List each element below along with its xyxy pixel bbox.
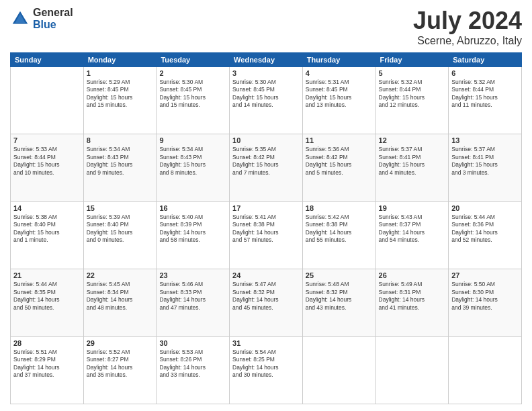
calendar-cell-w5d2: 29Sunrise: 5:52 AMSunset: 8:27 PMDayligh…	[83, 336, 157, 404]
calendar-cell-w5d6	[375, 336, 449, 404]
calendar-cell-w2d3: 9Sunrise: 5:34 AMSunset: 8:43 PMDaylight…	[157, 134, 230, 201]
day-info: Sunrise: 5:45 AMSunset: 8:34 PMDaylight:…	[87, 281, 154, 312]
day-number: 13	[451, 136, 519, 144]
header-tuesday: Tuesday	[157, 53, 230, 67]
day-number: 4	[306, 69, 373, 77]
day-number: 26	[379, 271, 446, 279]
logo: General Blue	[10, 7, 73, 30]
day-number: 2	[159, 69, 226, 77]
day-info: Sunrise: 5:44 AMSunset: 8:35 PMDaylight:…	[13, 281, 81, 312]
calendar-cell-w3d2: 15Sunrise: 5:39 AMSunset: 8:40 PMDayligh…	[83, 201, 157, 269]
day-info: Sunrise: 5:47 AMSunset: 8:32 PMDaylight:…	[232, 281, 300, 312]
day-info: Sunrise: 5:39 AMSunset: 8:40 PMDaylight:…	[87, 214, 154, 244]
page: General Blue July 2024 Scerne, Abruzzo, …	[0, 0, 532, 411]
day-number: 23	[159, 271, 226, 279]
day-info: Sunrise: 5:37 AMSunset: 8:41 PMDaylight:…	[451, 146, 519, 177]
day-info: Sunrise: 5:32 AMSunset: 8:44 PMDaylight:…	[379, 79, 446, 109]
calendar-week-5: 28Sunrise: 5:51 AMSunset: 8:29 PMDayligh…	[11, 336, 522, 404]
calendar-cell-w1d7: 6Sunrise: 5:32 AMSunset: 8:44 PMDaylight…	[449, 67, 522, 134]
calendar-cell-w3d6: 19Sunrise: 5:43 AMSunset: 8:37 PMDayligh…	[375, 201, 449, 269]
logo-text: General Blue	[33, 7, 73, 30]
day-info: Sunrise: 5:30 AMSunset: 8:45 PMDaylight:…	[159, 79, 226, 109]
day-info: Sunrise: 5:54 AMSunset: 8:25 PMDaylight:…	[232, 349, 300, 379]
calendar-cell-w4d4: 24Sunrise: 5:47 AMSunset: 8:32 PMDayligh…	[230, 269, 303, 336]
day-info: Sunrise: 5:35 AMSunset: 8:42 PMDaylight:…	[232, 146, 300, 177]
day-info: Sunrise: 5:37 AMSunset: 8:41 PMDaylight:…	[379, 146, 446, 177]
calendar-week-2: 7Sunrise: 5:33 AMSunset: 8:44 PMDaylight…	[11, 134, 522, 201]
day-info: Sunrise: 5:30 AMSunset: 8:45 PMDaylight:…	[232, 79, 300, 109]
calendar-cell-w1d2: 1Sunrise: 5:29 AMSunset: 8:45 PMDaylight…	[83, 67, 157, 134]
header-sunday: Sunday	[11, 53, 84, 67]
day-info: Sunrise: 5:38 AMSunset: 8:40 PMDaylight:…	[13, 214, 81, 244]
calendar-cell-w4d1: 21Sunrise: 5:44 AMSunset: 8:35 PMDayligh…	[11, 269, 84, 336]
day-number: 1	[87, 69, 154, 77]
calendar-cell-w3d1: 14Sunrise: 5:38 AMSunset: 8:40 PMDayligh…	[11, 201, 84, 269]
day-info: Sunrise: 5:34 AMSunset: 8:43 PMDaylight:…	[87, 146, 154, 177]
calendar-cell-w3d4: 17Sunrise: 5:41 AMSunset: 8:38 PMDayligh…	[230, 201, 303, 269]
header-monday: Monday	[83, 53, 157, 67]
calendar-cell-w1d6: 5Sunrise: 5:32 AMSunset: 8:44 PMDaylight…	[375, 67, 449, 134]
day-number: 9	[159, 136, 226, 144]
day-info: Sunrise: 5:44 AMSunset: 8:36 PMDaylight:…	[451, 214, 519, 244]
calendar-week-3: 14Sunrise: 5:38 AMSunset: 8:40 PMDayligh…	[11, 201, 522, 269]
day-info: Sunrise: 5:53 AMSunset: 8:26 PMDaylight:…	[159, 349, 226, 379]
header-saturday: Saturday	[449, 53, 522, 67]
header-thursday: Thursday	[302, 53, 375, 67]
day-number: 10	[232, 136, 300, 144]
day-info: Sunrise: 5:51 AMSunset: 8:29 PMDaylight:…	[13, 349, 81, 379]
day-info: Sunrise: 5:46 AMSunset: 8:33 PMDaylight:…	[159, 281, 226, 312]
day-number: 24	[232, 271, 300, 279]
calendar-week-4: 21Sunrise: 5:44 AMSunset: 8:35 PMDayligh…	[11, 269, 522, 336]
calendar-cell-w2d5: 11Sunrise: 5:36 AMSunset: 8:42 PMDayligh…	[302, 134, 375, 201]
calendar-cell-w3d5: 18Sunrise: 5:42 AMSunset: 8:38 PMDayligh…	[302, 201, 375, 269]
day-number: 18	[306, 204, 373, 212]
header-wednesday: Wednesday	[230, 53, 303, 67]
day-number: 17	[232, 204, 300, 212]
logo-blue-text: Blue	[33, 19, 73, 31]
day-number: 25	[306, 271, 373, 279]
title-block: July 2024 Scerne, Abruzzo, Italy	[413, 7, 522, 47]
day-info: Sunrise: 5:32 AMSunset: 8:44 PMDaylight:…	[451, 79, 519, 109]
day-info: Sunrise: 5:43 AMSunset: 8:37 PMDaylight:…	[379, 214, 446, 244]
day-info: Sunrise: 5:50 AMSunset: 8:30 PMDaylight:…	[451, 281, 519, 312]
day-info: Sunrise: 5:34 AMSunset: 8:43 PMDaylight:…	[159, 146, 226, 177]
day-info: Sunrise: 5:40 AMSunset: 8:39 PMDaylight:…	[159, 214, 226, 244]
day-number: 5	[379, 69, 446, 77]
calendar-cell-w2d2: 8Sunrise: 5:34 AMSunset: 8:43 PMDaylight…	[83, 134, 157, 201]
calendar-cell-w1d4: 3Sunrise: 5:30 AMSunset: 8:45 PMDaylight…	[230, 67, 303, 134]
day-info: Sunrise: 5:29 AMSunset: 8:45 PMDaylight:…	[87, 79, 154, 109]
calendar-cell-w1d1	[11, 67, 84, 134]
day-info: Sunrise: 5:31 AMSunset: 8:45 PMDaylight:…	[306, 79, 373, 109]
calendar-cell-w5d4: 31Sunrise: 5:54 AMSunset: 8:25 PMDayligh…	[230, 336, 303, 404]
main-title: July 2024	[413, 7, 522, 35]
logo-general-text: General	[33, 7, 73, 19]
calendar-cell-w4d3: 23Sunrise: 5:46 AMSunset: 8:33 PMDayligh…	[157, 269, 230, 336]
calendar-cell-w4d7: 27Sunrise: 5:50 AMSunset: 8:30 PMDayligh…	[449, 269, 522, 336]
subtitle: Scerne, Abruzzo, Italy	[413, 35, 522, 47]
day-info: Sunrise: 5:36 AMSunset: 8:42 PMDaylight:…	[306, 146, 373, 177]
day-number: 20	[451, 204, 519, 212]
day-number: 8	[87, 136, 154, 144]
day-info: Sunrise: 5:33 AMSunset: 8:44 PMDaylight:…	[13, 146, 81, 177]
calendar-cell-w5d3: 30Sunrise: 5:53 AMSunset: 8:26 PMDayligh…	[157, 336, 230, 404]
day-number: 7	[13, 136, 81, 144]
calendar-cell-w3d7: 20Sunrise: 5:44 AMSunset: 8:36 PMDayligh…	[449, 201, 522, 269]
day-number: 6	[451, 69, 519, 77]
calendar-cell-w1d5: 4Sunrise: 5:31 AMSunset: 8:45 PMDaylight…	[302, 67, 375, 134]
calendar-cell-w2d6: 12Sunrise: 5:37 AMSunset: 8:41 PMDayligh…	[375, 134, 449, 201]
day-info: Sunrise: 5:42 AMSunset: 8:38 PMDaylight:…	[306, 214, 373, 244]
day-info: Sunrise: 5:41 AMSunset: 8:38 PMDaylight:…	[232, 214, 300, 244]
day-number: 19	[379, 204, 446, 212]
day-number: 30	[159, 339, 226, 347]
calendar-cell-w2d1: 7Sunrise: 5:33 AMSunset: 8:44 PMDaylight…	[11, 134, 84, 201]
calendar-cell-w3d3: 16Sunrise: 5:40 AMSunset: 8:39 PMDayligh…	[157, 201, 230, 269]
calendar-cell-w2d7: 13Sunrise: 5:37 AMSunset: 8:41 PMDayligh…	[449, 134, 522, 201]
day-info: Sunrise: 5:49 AMSunset: 8:31 PMDaylight:…	[379, 281, 446, 312]
day-number: 15	[87, 204, 154, 212]
day-info: Sunrise: 5:52 AMSunset: 8:27 PMDaylight:…	[87, 349, 154, 379]
header-friday: Friday	[375, 53, 449, 67]
logo-icon	[10, 9, 30, 29]
calendar-cell-w4d2: 22Sunrise: 5:45 AMSunset: 8:34 PMDayligh…	[83, 269, 157, 336]
calendar-cell-w2d4: 10Sunrise: 5:35 AMSunset: 8:42 PMDayligh…	[230, 134, 303, 201]
calendar-cell-w5d7	[449, 336, 522, 404]
